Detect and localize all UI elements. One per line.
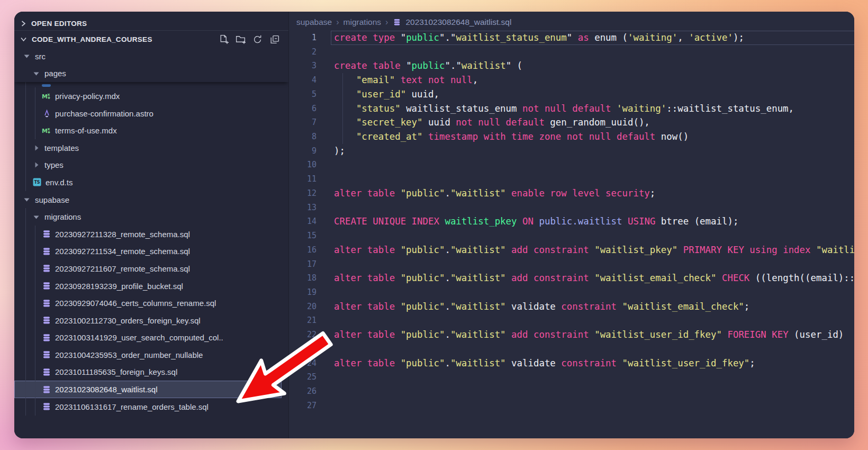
tree-item[interactable]: templates (14, 139, 288, 157)
code-line[interactable]: 3create table "public"."waitlist" ( (289, 59, 854, 73)
code-line[interactable]: 19 (289, 285, 854, 300)
svg-text:TS: TS (34, 181, 40, 185)
code-token (589, 273, 594, 283)
explorer-section-header[interactable]: CODE_WITH_ANDREA_COURSES (14, 31, 288, 48)
line-number: 27 (289, 399, 317, 413)
tree-item-label: 20230928193239_profile_bucket.sql (55, 282, 183, 291)
tree-item[interactable]: migrations (14, 208, 288, 226)
code-token: as (578, 32, 589, 43)
new-folder-button[interactable] (235, 34, 246, 45)
code-token: alter table (334, 358, 401, 368)
code-line[interactable]: 27 (289, 399, 854, 413)
tree-item[interactable]: types (14, 157, 288, 174)
chevron-expanded-icon[interactable] (32, 71, 40, 76)
breadcrumb-file-name[interactable]: 20231023082648_waitlist.sql (405, 17, 511, 27)
code-line[interactable]: 10 (289, 158, 854, 172)
code-token: (user_id) (789, 329, 844, 340)
code-text: alter table "public"."waitlist" add cons… (334, 243, 854, 257)
code-line[interactable]: 21 (289, 313, 854, 328)
code-token (506, 329, 511, 340)
tree-item[interactable]: TSenv.d.ts (14, 174, 288, 191)
code-token (589, 245, 594, 255)
file-tree: srcpagesMxprivacy-policy.mdxpurchase-con… (14, 48, 288, 438)
tree-item[interactable]: Mxprivacy-policy.mdx (14, 87, 288, 105)
breadcrumb-item-migrations[interactable]: migrations (343, 17, 382, 27)
line-number: 14 (289, 214, 317, 229)
code-token: "." (445, 60, 461, 71)
breadcrumb-item-supabase[interactable]: supabase (296, 17, 332, 27)
tree-item-label: 20231003141929_user_search_computed_col.… (55, 333, 223, 342)
tree-item[interactable]: 20231002112730_orders_foreign_key.sql (14, 312, 288, 329)
tree-item-label: terms-of-use.mdx (55, 126, 117, 135)
open-editors-header[interactable]: OPEN EDITORS (14, 16, 288, 30)
code-token (717, 273, 722, 283)
code-line[interactable]: 1create type "public"."waitlist_status_e… (289, 31, 854, 45)
code-token (334, 117, 356, 128)
tree-item[interactable]: 20230927211328_remote_schema.sql (14, 226, 288, 243)
code-token (334, 75, 356, 85)
code-line[interactable]: 5 "user_id" uuid, (289, 87, 854, 102)
tree-item[interactable]: 20231003141929_user_search_computed_col.… (14, 329, 288, 347)
code-line[interactable]: 6 "status" waitlist_status_enum not null… (289, 102, 854, 116)
chevron-collapsed-icon[interactable] (32, 162, 40, 168)
code-line[interactable]: 16alter table "public"."waitlist" add co… (289, 243, 854, 257)
code-token: "waitlist_user_id_fkey" (594, 329, 722, 340)
line-number: 9 (289, 144, 317, 158)
code-token: uuid, (406, 89, 439, 100)
code-token (611, 103, 617, 114)
code-token: ::waitlist_status_enum, (666, 103, 794, 114)
code-token: "waitlist" (450, 358, 506, 368)
code-token: "public" (401, 329, 445, 340)
svg-text:M: M (42, 128, 48, 134)
code-line[interactable]: 7 "secret_key" uuid not null default gen… (289, 115, 854, 130)
chevron-expanded-icon[interactable] (32, 214, 40, 220)
code-token: alter table (334, 188, 401, 199)
code-line[interactable]: 8 "created_at" timestamp with time zone … (289, 130, 854, 144)
code-token: waitlist_status_enum (401, 103, 522, 114)
code-token (622, 216, 628, 227)
tree-item[interactable]: 20230927211534_remote_schema.sql (14, 243, 288, 260)
code-line[interactable]: 2 (289, 45, 854, 59)
code-line[interactable]: 12alter table "public"."waitlist" enable… (289, 186, 854, 201)
chevron-expanded-icon[interactable] (23, 197, 31, 202)
code-line[interactable]: 23 (289, 342, 854, 356)
refresh-explorer-button[interactable] (252, 34, 263, 45)
code-line[interactable]: 13 (289, 201, 854, 215)
tree-item[interactable]: src (14, 48, 288, 65)
tree-item[interactable]: pages (14, 65, 288, 83)
tree-item[interactable]: 20231011185635_foreign_keys.sql (14, 364, 288, 381)
tree-item[interactable]: 20231004235953_order_number_nullable (14, 346, 288, 364)
tree-item[interactable]: 20230928193239_profile_bucket.sql (14, 277, 288, 295)
tree-item[interactable]: supabase (14, 191, 288, 209)
code-token: gen_random_uuid(), (545, 117, 650, 128)
code-token: waitlist_status_enum (456, 32, 566, 43)
breadcrumb-separator-icon: › (385, 17, 388, 27)
tree-item[interactable]: 20230929074046_certs_columns_rename.sql (14, 294, 288, 312)
code-token: CREATE UNIQUE INDEX (334, 216, 445, 227)
code-line[interactable]: 26 (289, 384, 854, 399)
code-line[interactable]: 4 "email" text not null, (289, 73, 854, 87)
code-text: "created_at" timestamp with time zone no… (334, 130, 689, 144)
tree-item-selected[interactable]: 20231023082648_waitlist.sql (14, 381, 282, 398)
code-line[interactable]: 11 (289, 172, 854, 186)
code-line[interactable]: 18alter table "public"."waitlist" add co… (289, 271, 854, 285)
new-file-button[interactable] (218, 34, 229, 45)
code-line[interactable]: 24alter table "public"."waitlist" valida… (289, 356, 854, 371)
line-number: 4 (289, 73, 317, 87)
chevron-collapsed-icon[interactable] (32, 145, 40, 151)
tree-item[interactable]: 20230927211607_remote_schema.sql (14, 260, 288, 277)
code-line[interactable]: 25 (289, 370, 854, 384)
tree-item[interactable]: Mxterms-of-use.mdx (14, 122, 288, 139)
code-line[interactable]: 17 (289, 257, 854, 272)
tree-item[interactable]: purchase-confirmation.astro (14, 105, 288, 122)
tree-item[interactable]: 20231106131617_rename_orders_table.sql (14, 398, 288, 416)
code-line[interactable]: 9); (289, 144, 854, 158)
code-line[interactable]: 14CREATE UNIQUE INDEX waitlist_pkey ON p… (289, 214, 854, 229)
code-line[interactable]: 15 (289, 229, 854, 243)
code-token (334, 89, 356, 100)
code-line[interactable]: 22alter table "public"."waitlist" add co… (289, 328, 854, 342)
code-token: add constraint (511, 273, 589, 283)
collapse-folders-button[interactable] (269, 34, 280, 45)
code-line[interactable]: 20alter table "public"."waitlist" valida… (289, 300, 854, 314)
chevron-expanded-icon[interactable] (23, 53, 31, 59)
